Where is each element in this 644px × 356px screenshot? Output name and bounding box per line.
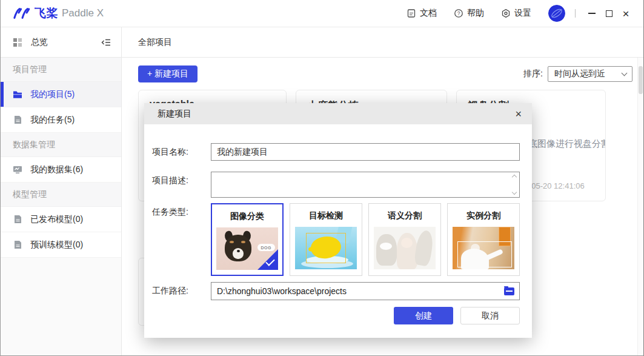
sidebar-item-pretrained-models[interactable]: 预训练模型(0) [1,232,121,258]
chevron-down-icon [622,70,628,76]
cancel-button[interactable]: 取消 [460,307,520,324]
sidebar-item-published-models[interactable]: 已发布模型(0) [1,207,121,232]
question-icon: ? [454,8,463,18]
overview-label: 总览 [31,37,101,48]
sidebar-section-datasets: 数据集管理 [1,133,121,157]
modal-buttons: 创建 取消 [144,307,532,324]
docs-label: 文档 [420,8,437,19]
task-card-instance-segmentation[interactable]: 实例分割 [447,203,520,276]
app-window: 飞桨 Paddle X 文档 ? 帮助 [0,0,644,356]
project-description-row: 项目描述: [144,172,532,198]
help-label: 帮助 [467,8,484,19]
classification-sample-image: DOG [216,227,278,270]
project-name-row: 项目名称: [144,143,532,161]
sidebar-item-label: 我的数据集(6) [30,164,83,175]
sidebar: 总览 项目管理 我的项目(5) 我的任务(5) 数据集管理 [1,27,122,355]
project-description-input[interactable] [211,172,508,197]
sidebar-item-label: 我的项目(5) [30,89,75,100]
grid-icon [13,38,22,47]
textarea-scrollbar[interactable] [509,172,519,197]
new-project-button[interactable]: + 新建项目 [138,65,198,82]
bounding-box [306,233,346,263]
task-card-title: 实例分割 [448,210,519,221]
titlebar-actions: 文档 ? 帮助 设置 [407,5,636,22]
scroll-up-icon[interactable] [511,175,516,180]
document-icon [407,8,416,18]
task-card-object-detection[interactable]: 目标检测 [290,203,362,276]
new-project-modal: 新建项目 × 项目名称: 项目描述: 任务类型: 图像分类 [144,103,532,338]
gear-icon [501,8,511,18]
sidebar-section-models: 模型管理 [1,183,121,207]
sort-select[interactable]: 时间从远到近 [548,66,632,82]
work-path-row: 工作路径: [144,282,532,300]
paddle-logo-icon [13,7,32,20]
task-card-title: 目标检测 [290,210,362,221]
task-card-title: 语义分割 [369,210,440,221]
folder-icon [13,90,22,99]
sidebar-item-overview[interactable]: 总览 [1,27,121,58]
modal-header: 新建项目 × [144,103,532,124]
settings-menu-item[interactable]: 设置 [501,8,531,19]
project-description-field [211,172,520,198]
instance-segmentation-sample-image [453,227,514,269]
task-card-semantic-segmentation[interactable]: 语义分割 [368,203,441,276]
sidebar-filler [1,258,121,355]
docs-menu-item[interactable]: 文档 [407,8,437,19]
task-type-label: 任务类型: [152,203,211,218]
sort-selected-value: 时间从远到近 [554,69,605,79]
breadcrumb-label: 全部项目 [138,37,172,48]
titlebar: 飞桨 Paddle X 文档 ? 帮助 [1,0,643,27]
close-window-button[interactable]: × [619,6,632,21]
modal-close-icon[interactable]: × [515,109,522,119]
sort-control: 排序: 时间从远到近 [523,66,632,82]
selected-check-icon [257,249,278,270]
project-name-input[interactable] [211,143,520,161]
detection-sample-image [295,227,357,269]
task-card-image-classification[interactable]: 图像分类 DOG [211,203,284,276]
scroll-down-icon[interactable] [511,190,516,195]
maximize-button[interactable] [602,6,616,21]
help-menu-item[interactable]: ? 帮助 [454,8,484,19]
collapse-sidebar-icon[interactable] [101,38,111,47]
work-path-input[interactable] [217,286,504,296]
task-type-options: 图像分类 DOG 目标检测 [211,203,520,276]
window-controls-divider [575,9,576,18]
sidebar-item-label: 已发布模型(0) [30,214,83,225]
sidebar-item-my-projects[interactable]: 我的项目(5) [1,82,121,107]
settings-label: 设置 [514,8,531,19]
task-type-row: 任务类型: 图像分类 DOG 目标检测 [144,203,532,276]
file-icon [13,240,22,249]
minimize-icon [588,13,596,14]
dataset-monitor-icon [13,166,22,174]
project-name-label: 项目名称: [152,143,211,158]
svg-text:?: ? [457,10,460,16]
sort-label: 排序: [523,69,543,79]
scrollbar-thumb[interactable] [639,66,643,94]
semantic-segmentation-sample-image [374,227,436,269]
user-avatar[interactable] [548,5,565,22]
create-button[interactable]: 创建 [394,307,453,324]
file-icon [13,215,22,224]
sidebar-item-label: 我的任务(5) [30,115,75,126]
close-icon: × [622,8,629,19]
sidebar-section-projects: 项目管理 [1,58,121,82]
task-card-title: 图像分类 [212,211,282,222]
breadcrumb: 全部项目 [122,27,643,58]
toolbar: + 新建项目 排序: 时间从远到近 [138,65,632,82]
logo-text-cn: 飞桨 [35,5,59,21]
minimize-button[interactable] [585,6,599,21]
maximize-icon [606,10,612,17]
app-logo: 飞桨 Paddle X [13,5,104,21]
file-icon [13,115,22,124]
project-description-label: 项目描述: [152,172,211,186]
vertical-scrollbar[interactable] [637,58,643,355]
sidebar-item-label: 预训练模型(0) [30,240,83,250]
logo-text-en: Paddle X [62,7,104,19]
work-path-label: 工作路径: [152,282,211,297]
work-path-field [211,282,520,300]
modal-title: 新建项目 [158,109,191,119]
sidebar-item-my-datasets[interactable]: 我的数据集(6) [1,157,121,183]
sidebar-item-my-tasks[interactable]: 我的任务(5) [1,107,121,133]
browse-folder-icon[interactable] [504,287,514,295]
